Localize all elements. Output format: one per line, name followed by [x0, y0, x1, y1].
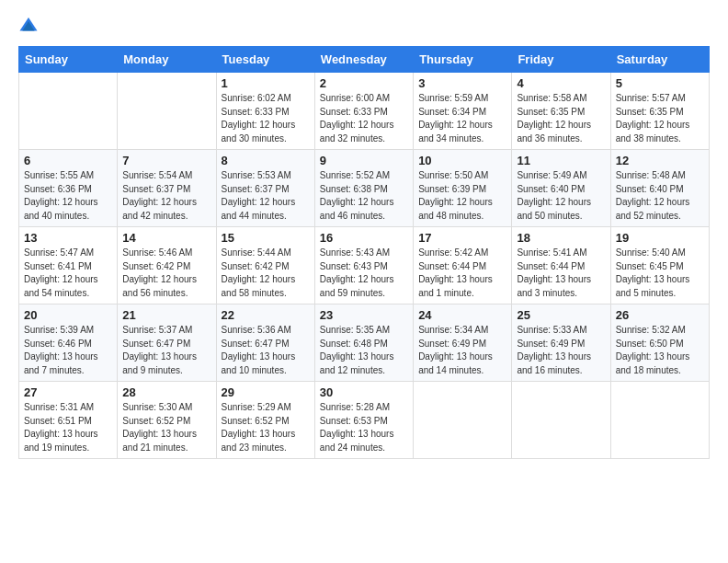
- calendar-cell: 8Sunrise: 5:53 AM Sunset: 6:37 PM Daylig…: [216, 150, 314, 227]
- day-number: 10: [418, 154, 506, 167]
- day-number: 3: [418, 76, 506, 90]
- calendar-cell: 9Sunrise: 5:52 AM Sunset: 6:38 PM Daylig…: [314, 150, 413, 227]
- calendar-cell: 24Sunrise: 5:34 AM Sunset: 6:49 PM Dayli…: [414, 304, 512, 382]
- calendar-cell: 4Sunrise: 5:58 AM Sunset: 6:35 PM Daylig…: [512, 73, 610, 150]
- day-number: 22: [222, 308, 310, 322]
- calendar-header-sunday: Sunday: [19, 47, 118, 73]
- day-number: 13: [24, 231, 112, 245]
- calendar-cell: 15Sunrise: 5:44 AM Sunset: 6:42 PM Dayli…: [216, 227, 314, 304]
- calendar-cell: 22Sunrise: 5:36 AM Sunset: 6:47 PM Dayli…: [216, 304, 314, 382]
- day-number: 24: [418, 308, 506, 322]
- calendar-cell: 12Sunrise: 5:48 AM Sunset: 6:40 PM Dayli…: [610, 150, 709, 227]
- day-info: Sunrise: 5:42 AM Sunset: 6:44 PM Dayligh…: [418, 247, 506, 300]
- calendar-cell: 6Sunrise: 5:55 AM Sunset: 6:36 PM Daylig…: [19, 150, 118, 227]
- day-info: Sunrise: 5:39 AM Sunset: 6:46 PM Dayligh…: [24, 324, 112, 377]
- calendar-header-thursday: Thursday: [414, 47, 512, 73]
- day-number: 21: [122, 308, 210, 322]
- day-info: Sunrise: 5:36 AM Sunset: 6:47 PM Dayligh…: [222, 324, 310, 377]
- day-number: 19: [616, 231, 704, 245]
- day-number: 4: [517, 76, 605, 90]
- day-number: 2: [320, 76, 408, 90]
- calendar-cell: 3Sunrise: 5:59 AM Sunset: 6:34 PM Daylig…: [414, 73, 512, 150]
- calendar-week-1: 1Sunrise: 6:02 AM Sunset: 6:33 PM Daylig…: [19, 73, 710, 150]
- day-info: Sunrise: 5:48 AM Sunset: 6:40 PM Dayligh…: [616, 169, 704, 223]
- day-number: 9: [320, 154, 408, 167]
- day-info: Sunrise: 5:57 AM Sunset: 6:35 PM Dayligh…: [616, 92, 704, 145]
- day-number: 5: [616, 76, 704, 90]
- calendar-cell: 27Sunrise: 5:31 AM Sunset: 6:51 PM Dayli…: [19, 382, 118, 459]
- day-info: Sunrise: 5:29 AM Sunset: 6:52 PM Dayligh…: [222, 401, 310, 454]
- calendar-cell: 30Sunrise: 5:28 AM Sunset: 6:53 PM Dayli…: [314, 382, 413, 459]
- page: SundayMondayTuesdayWednesdayThursdayFrid…: [0, 0, 728, 563]
- day-info: Sunrise: 5:34 AM Sunset: 6:49 PM Dayligh…: [418, 324, 506, 377]
- calendar-cell: 26Sunrise: 5:32 AM Sunset: 6:50 PM Dayli…: [610, 304, 709, 382]
- calendar-cell: 23Sunrise: 5:35 AM Sunset: 6:48 PM Dayli…: [314, 304, 413, 382]
- calendar-cell: [610, 382, 709, 459]
- calendar-cell: 18Sunrise: 5:41 AM Sunset: 6:44 PM Dayli…: [512, 227, 610, 304]
- calendar-cell: [512, 382, 610, 459]
- calendar-cell: [414, 382, 512, 459]
- day-info: Sunrise: 5:33 AM Sunset: 6:49 PM Dayligh…: [517, 324, 605, 377]
- calendar-cell: 1Sunrise: 6:02 AM Sunset: 6:33 PM Daylig…: [216, 73, 314, 150]
- day-info: Sunrise: 5:40 AM Sunset: 6:45 PM Dayligh…: [616, 247, 704, 300]
- calendar-cell: [19, 73, 118, 150]
- logo-icon: [18, 15, 39, 35]
- calendar-cell: 5Sunrise: 5:57 AM Sunset: 6:35 PM Daylig…: [610, 73, 709, 150]
- calendar-cell: 19Sunrise: 5:40 AM Sunset: 6:45 PM Dayli…: [610, 227, 709, 304]
- day-number: 27: [24, 385, 112, 399]
- calendar-cell: 16Sunrise: 5:43 AM Sunset: 6:43 PM Dayli…: [314, 227, 413, 304]
- day-number: 28: [122, 385, 210, 399]
- day-info: Sunrise: 6:00 AM Sunset: 6:33 PM Dayligh…: [320, 92, 408, 145]
- day-info: Sunrise: 5:49 AM Sunset: 6:40 PM Dayligh…: [517, 169, 605, 223]
- calendar-cell: 25Sunrise: 5:33 AM Sunset: 6:49 PM Dayli…: [512, 304, 610, 382]
- day-number: 18: [517, 231, 605, 245]
- day-number: 17: [418, 231, 506, 245]
- day-number: 26: [616, 308, 704, 322]
- day-number: 12: [616, 154, 704, 167]
- calendar-cell: 2Sunrise: 6:00 AM Sunset: 6:33 PM Daylig…: [314, 73, 413, 150]
- day-number: 23: [320, 308, 408, 322]
- day-number: 30: [320, 385, 408, 399]
- day-info: Sunrise: 5:37 AM Sunset: 6:47 PM Dayligh…: [122, 324, 210, 377]
- calendar-cell: [118, 73, 216, 150]
- day-number: 16: [320, 231, 408, 245]
- day-info: Sunrise: 5:31 AM Sunset: 6:51 PM Dayligh…: [24, 401, 112, 454]
- calendar-cell: 17Sunrise: 5:42 AM Sunset: 6:44 PM Dayli…: [414, 227, 512, 304]
- calendar-table: SundayMondayTuesdayWednesdayThursdayFrid…: [18, 46, 710, 459]
- calendar-header-row: SundayMondayTuesdayWednesdayThursdayFrid…: [19, 47, 710, 73]
- day-info: Sunrise: 5:30 AM Sunset: 6:52 PM Dayligh…: [122, 401, 210, 454]
- calendar-cell: 14Sunrise: 5:46 AM Sunset: 6:42 PM Dayli…: [118, 227, 216, 304]
- calendar-header-friday: Friday: [512, 47, 610, 73]
- calendar-cell: 28Sunrise: 5:30 AM Sunset: 6:52 PM Dayli…: [118, 382, 216, 459]
- day-info: Sunrise: 6:02 AM Sunset: 6:33 PM Dayligh…: [222, 92, 310, 145]
- day-info: Sunrise: 5:59 AM Sunset: 6:34 PM Dayligh…: [418, 92, 506, 145]
- day-number: 20: [24, 308, 112, 322]
- calendar-header-tuesday: Tuesday: [216, 47, 314, 73]
- day-number: 29: [222, 385, 310, 399]
- calendar-header-monday: Monday: [118, 47, 216, 73]
- day-info: Sunrise: 5:58 AM Sunset: 6:35 PM Dayligh…: [517, 92, 605, 145]
- day-info: Sunrise: 5:35 AM Sunset: 6:48 PM Dayligh…: [320, 324, 408, 377]
- day-number: 25: [517, 308, 605, 322]
- calendar-cell: 21Sunrise: 5:37 AM Sunset: 6:47 PM Dayli…: [118, 304, 216, 382]
- calendar-cell: 11Sunrise: 5:49 AM Sunset: 6:40 PM Dayli…: [512, 150, 610, 227]
- day-number: 8: [222, 154, 310, 167]
- day-info: Sunrise: 5:46 AM Sunset: 6:42 PM Dayligh…: [122, 247, 210, 300]
- calendar-week-2: 6Sunrise: 5:55 AM Sunset: 6:36 PM Daylig…: [19, 150, 710, 227]
- day-info: Sunrise: 5:52 AM Sunset: 6:38 PM Dayligh…: [320, 169, 408, 223]
- calendar-week-4: 20Sunrise: 5:39 AM Sunset: 6:46 PM Dayli…: [19, 304, 710, 382]
- calendar-cell: 29Sunrise: 5:29 AM Sunset: 6:52 PM Dayli…: [216, 382, 314, 459]
- day-info: Sunrise: 5:41 AM Sunset: 6:44 PM Dayligh…: [517, 247, 605, 300]
- day-number: 11: [517, 154, 605, 167]
- calendar-cell: 13Sunrise: 5:47 AM Sunset: 6:41 PM Dayli…: [19, 227, 118, 304]
- day-info: Sunrise: 5:50 AM Sunset: 6:39 PM Dayligh…: [418, 169, 506, 223]
- calendar-cell: 10Sunrise: 5:50 AM Sunset: 6:39 PM Dayli…: [414, 150, 512, 227]
- day-number: 7: [122, 154, 210, 167]
- day-info: Sunrise: 5:55 AM Sunset: 6:36 PM Dayligh…: [24, 169, 112, 223]
- day-info: Sunrise: 5:32 AM Sunset: 6:50 PM Dayligh…: [616, 324, 704, 377]
- day-info: Sunrise: 5:54 AM Sunset: 6:37 PM Dayligh…: [122, 169, 210, 223]
- calendar-cell: 20Sunrise: 5:39 AM Sunset: 6:46 PM Dayli…: [19, 304, 118, 382]
- day-info: Sunrise: 5:44 AM Sunset: 6:42 PM Dayligh…: [222, 247, 310, 300]
- calendar-week-3: 13Sunrise: 5:47 AM Sunset: 6:41 PM Dayli…: [19, 227, 710, 304]
- day-info: Sunrise: 5:28 AM Sunset: 6:53 PM Dayligh…: [320, 401, 408, 454]
